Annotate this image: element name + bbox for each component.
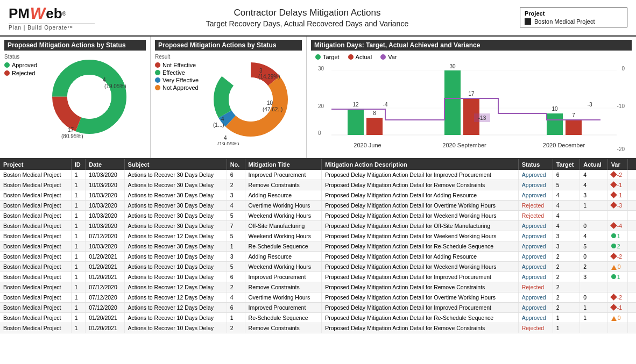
td-no: 3 (227, 190, 245, 201)
td-date: 10/03/2020 (86, 221, 124, 231)
td-project: Boston Medical Project (0, 272, 71, 282)
svg-text:17: 17 (68, 127, 74, 133)
diamond-icon (610, 202, 617, 209)
td-id: 1 (71, 201, 85, 211)
td-title: Overtime Working Hours (245, 201, 322, 211)
td-no: 5 (227, 211, 245, 221)
td-subject: Actions to Recover 10 Days Delay (124, 323, 227, 333)
td-title: Overtime Working Hours (245, 292, 322, 303)
svg-text:4: 4 (221, 116, 224, 122)
td-spacer (627, 252, 636, 262)
table-row: Boston Medical Project 1 10/03/2020 Acti… (0, 180, 636, 190)
td-var: -2 (607, 170, 627, 180)
td-id: 1 (71, 211, 85, 221)
logo-web: eb (46, 5, 62, 22)
td-id: 1 (71, 180, 85, 190)
td-var: -2 (607, 292, 627, 303)
td-status: Approved (518, 180, 553, 190)
chart1-content: Status Approved Rejected (4, 54, 146, 140)
svg-text:17: 17 (468, 91, 475, 97)
td-no: 3 (227, 252, 245, 262)
td-date: 10/03/2020 (86, 201, 124, 211)
td-no: 2 (227, 282, 245, 292)
diamond-icon (610, 181, 617, 188)
table-row: Boston Medical Project 1 07/12/2020 Acti… (0, 303, 636, 313)
svg-text:0: 0 (318, 130, 321, 136)
td-spacer (627, 221, 636, 231)
svg-point-11 (229, 77, 273, 122)
td-status: Approved (518, 272, 553, 282)
chart2-content: Result Not Effective Effective Very Effe… (155, 54, 302, 145)
td-project: Boston Medical Project (0, 323, 71, 333)
td-project: Boston Medical Project (0, 211, 71, 221)
td-subject: Actions to Recover 30 Days Delay (124, 241, 227, 252)
noteff-dot (155, 62, 160, 68)
td-status: Approved (518, 252, 553, 262)
td-description: Proposed Delay Mitigation Action Detail … (322, 282, 518, 292)
svg-text:4: 4 (224, 135, 227, 141)
svg-text:-20: -20 (617, 146, 625, 152)
chart2-legend-veryeff: Very Effective (155, 77, 203, 83)
svg-rect-44 (566, 120, 582, 135)
td-subject: Actions to Recover 30 Days Delay (124, 170, 227, 180)
td-description: Proposed Delay Mitigation Action Detail … (322, 241, 518, 252)
svg-text:4: 4 (103, 77, 106, 83)
td-project: Boston Medical Project (0, 201, 71, 211)
td-no: 1 (227, 313, 245, 323)
td-status: Rejected (518, 201, 553, 211)
td-date: 01/20/2021 (86, 313, 124, 323)
svg-text:-3: -3 (588, 102, 592, 108)
circle-icon (611, 274, 616, 279)
svg-text:8: 8 (373, 110, 376, 116)
veryeff-dot (155, 77, 160, 83)
logo-slash: W (29, 4, 47, 23)
td-subject: Actions to Recover 10 Days Delay (124, 313, 227, 323)
td-description: Proposed Delay Mitigation Action Detail … (322, 211, 518, 221)
svg-text:2020 September: 2020 September (442, 142, 486, 148)
td-status: Approved (518, 313, 553, 323)
svg-rect-31 (366, 118, 383, 135)
td-description: Proposed Delay Mitigation Action Detail … (322, 303, 518, 313)
table-header-row: Project ID Date Subject No. Mitigation T… (0, 159, 636, 170)
svg-rect-35 (444, 70, 461, 135)
td-actual: 1 (580, 201, 607, 211)
td-id: 1 (71, 272, 85, 282)
th-description: Mitigation Action Description (322, 159, 518, 170)
td-date: 01/20/2021 (86, 252, 124, 262)
eff-dot (155, 70, 160, 75)
chart1-panel: Proposed Mitigation Actions by Status St… (0, 37, 151, 158)
table-section: Project ID Date Subject No. Mitigation T… (0, 158, 636, 333)
td-target: 2 (553, 272, 580, 282)
logo-area: PM W eb ® Plan | Build Operate™ (9, 4, 95, 31)
td-description: Proposed Delay Mitigation Action Detail … (322, 180, 518, 190)
td-no: 7 (227, 221, 245, 231)
chart2-donut: 3 (14.29%) 10 (47.62..) 4 (1...) 4 (19.0… (208, 54, 294, 145)
td-id: 1 (71, 303, 85, 313)
td-actual: 3 (580, 190, 607, 201)
td-var (607, 282, 627, 292)
td-project: Boston Medical Project (0, 292, 71, 303)
td-spacer (627, 211, 636, 221)
td-title: Re-Schedule Sequence (245, 241, 322, 252)
td-description: Proposed Delay Mitigation Action Detail … (322, 272, 518, 282)
th-status: Status (518, 159, 553, 170)
td-id: 1 (71, 170, 85, 180)
th-var: Var (607, 159, 627, 170)
th-mitigation-title: Mitigation Title (245, 159, 322, 170)
td-no: 5 (227, 262, 245, 272)
td-subject: Actions to Recover 30 Days Delay (124, 190, 227, 201)
td-subject: Actions to Recover 30 Days Delay (124, 180, 227, 190)
td-var (607, 323, 627, 333)
veryeff-label: Very Effective (162, 77, 199, 83)
approved-label: Approved (12, 62, 37, 68)
td-id: 1 (71, 190, 85, 201)
project-legend: Project Boston Medical Project (520, 8, 627, 27)
svg-text:(19.05%): (19.05%) (104, 83, 126, 89)
td-spacer (627, 231, 636, 241)
td-status: Approved (518, 292, 553, 303)
svg-text:-4: -4 (383, 102, 388, 108)
td-project: Boston Medical Project (0, 190, 71, 201)
td-date: 07/12/2020 (86, 292, 124, 303)
td-actual (580, 211, 607, 221)
td-project: Boston Medical Project (0, 313, 71, 323)
